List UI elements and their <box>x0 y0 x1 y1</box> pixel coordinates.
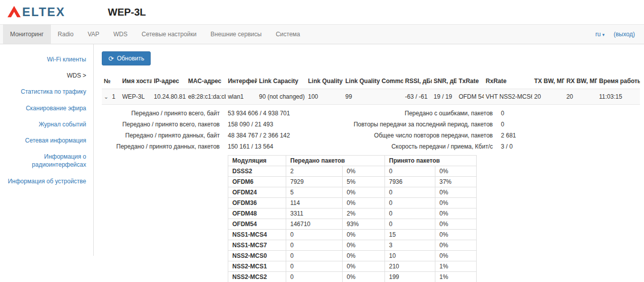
client-rssi: -63 / -61 <box>403 89 432 105</box>
sidebar-item-wifi-clients[interactable]: Wi-Fi клиенты <box>0 55 86 63</box>
client-link-quality: 100 <box>306 89 343 105</box>
rx-percent: 37% <box>435 177 477 187</box>
tx-percent: 0% <box>343 240 385 251</box>
col-rx-bw: RX BW, МГц <box>564 74 597 89</box>
col-mac: MAC-адрес <box>186 74 226 89</box>
modulation-row: OFDM36 114 0% 0 0% <box>228 198 477 208</box>
tx-packets-col-header: Передано пакетов <box>286 156 385 166</box>
rx-count: 210 <box>385 261 435 272</box>
tx-percent: 0% <box>343 166 385 177</box>
modulation-name: NSS2-MCS1 <box>228 261 286 272</box>
language-selector[interactable]: ru▾ <box>596 31 605 38</box>
tx-percent: 0% <box>343 251 385 261</box>
stat-value: 2 681 <box>495 130 555 141</box>
sidebar-item-device-info[interactable]: Информация об устройстве <box>0 177 86 185</box>
stat-value: 0 <box>495 108 555 119</box>
tx-count: 146710 <box>286 219 343 230</box>
modulation-name: OFDM24 <box>228 187 286 198</box>
refresh-icon: ⟳ <box>108 55 114 62</box>
tab-vap[interactable]: VAP <box>81 25 106 44</box>
modulation-name: OFDM36 <box>228 198 286 208</box>
stat-value: 48 384 767 / 2 366 142 <box>222 130 329 141</box>
top-navbar: Мониторинг Radio VAP WDS Сетевые настрой… <box>0 24 644 44</box>
modulation-name: NSS2-MCS0 <box>228 251 286 261</box>
sidebar-item-air-scan[interactable]: Сканирование эфира <box>0 104 86 112</box>
brand-name: ELTEX <box>22 5 66 19</box>
modulation-row: NSS1-MCS4 0 0% 15 0% <box>228 230 477 240</box>
col-hostname: Имя хоста <box>120 74 152 89</box>
modulation-name: NSS1-MCS4 <box>228 230 286 240</box>
rx-percent: 0% <box>435 251 477 261</box>
modulation-name: OFDM6 <box>228 177 286 187</box>
rx-percent: 0% <box>435 240 477 251</box>
rx-count: 15 <box>385 230 435 240</box>
tx-percent: 0% <box>343 261 385 272</box>
tx-percent: 2% <box>343 208 385 219</box>
stat-value: 3 / 0 <box>495 141 555 152</box>
tx-count: 0 <box>286 230 343 240</box>
sidebar-item-network-info[interactable]: Сетевая информация <box>0 136 86 145</box>
stat-value: 158 090 / 21 493 <box>222 119 329 130</box>
client-row-num: ⌄1 <box>102 89 120 105</box>
tx-count: 0 <box>286 272 343 282</box>
modulation-name: DSSS2 <box>228 166 286 177</box>
rx-packets-col-header: Принято пакетов <box>385 156 477 166</box>
rx-count: 0 <box>385 166 435 177</box>
logout-link[interactable]: (выход) <box>614 31 635 38</box>
sidebar-item-radio-info[interactable]: Информация о радиоинтерфейсах <box>0 153 86 169</box>
stat-label: Передано / принято данных, байт <box>102 130 222 141</box>
clients-table: № Имя хоста IP-адрес MAC-адрес Интерфейс… <box>102 74 640 105</box>
tab-network-settings[interactable]: Сетевые настройки <box>135 25 204 44</box>
col-snr: SNR, дБ <box>432 74 457 89</box>
rx-percent: 0% <box>435 219 477 230</box>
col-interface: Интерфейс <box>226 74 257 89</box>
tab-monitoring[interactable]: Мониторинг <box>3 25 51 44</box>
tx-percent: 0% <box>343 230 385 240</box>
rx-count: 10 <box>385 251 435 261</box>
modulation-header-row: Модуляция Передано пакетов Принято пакет… <box>228 156 477 166</box>
tx-percent: 0% <box>343 198 385 208</box>
client-row[interactable]: ⌄1 WEP-3L 10.24.80.81 e8:28:c1:da:cb:05 … <box>102 89 640 105</box>
refresh-button[interactable]: ⟳ Обновить <box>102 51 151 65</box>
rx-count: 3 <box>385 240 435 251</box>
tx-percent: 5% <box>343 177 385 187</box>
sidebar-item-traffic-stats[interactable]: Статистика по трафику <box>0 88 86 96</box>
collapse-row-icon[interactable]: ⌄ <box>104 94 108 100</box>
eltex-logo: ELTEX <box>7 5 93 20</box>
sidebar-item-event-log[interactable]: Журнал событий <box>0 120 86 128</box>
page-header: ELTEX WEP-3L <box>0 0 644 24</box>
rx-percent: 0% <box>435 166 477 177</box>
tab-external-services[interactable]: Внешние сервисы <box>204 25 269 44</box>
col-num: № <box>102 74 120 89</box>
navbar-right: ru▾ (выход) <box>596 25 644 44</box>
modulation-row: NSS2-MCS2 0 0% 199 1% <box>228 272 477 282</box>
tab-wds[interactable]: WDS <box>106 25 135 44</box>
client-hostname: WEP-3L <box>120 89 152 105</box>
rx-count: 0 <box>385 187 435 198</box>
content-area: ⟳ Обновить № Имя хоста IP-адрес MAC-адре… <box>94 44 644 282</box>
rx-count: 199 <box>385 272 435 282</box>
tx-count: 0 <box>286 240 343 251</box>
stat-label: Передано / принято данных, пакетов <box>102 141 222 152</box>
clients-table-header-row: № Имя хоста IP-адрес MAC-адрес Интерфейс… <box>102 74 640 89</box>
tx-count: 0 <box>286 261 343 272</box>
device-model-title: WEP-3L <box>108 7 146 18</box>
modulation-name: OFDM54 <box>228 219 286 230</box>
stat-label: Передано / принято всего, байт <box>102 108 222 119</box>
modulation-row: OFDM54 146710 93% 0 0% <box>228 219 477 230</box>
sidebar-menu: Wi-Fi клиенты WDS > Статистика по трафик… <box>0 44 94 256</box>
tab-radio[interactable]: Radio <box>51 25 81 44</box>
rx-percent: 0% <box>435 230 477 240</box>
rx-percent: 0% <box>435 187 477 198</box>
tab-system[interactable]: Система <box>269 25 307 44</box>
sidebar-item-wds[interactable]: WDS > <box>0 72 86 80</box>
stat-label: Общее число повторов передачи, пакетов <box>329 130 495 141</box>
modulation-name: NSS1-MCS7 <box>228 240 286 251</box>
tx-count: 7929 <box>286 177 343 187</box>
col-link-quality-common: Link Quality Common <box>343 74 403 89</box>
client-statistics: Передано / принято всего, байт53 934 606… <box>102 108 640 152</box>
client-tx-bw: 20 <box>532 89 564 105</box>
modulation-row: OFDM24 5 0% 0 0% <box>228 187 477 198</box>
client-rxrate: VHT NSS2-MCS6 117 <box>484 89 532 105</box>
col-rxrate: RxRate <box>484 74 532 89</box>
